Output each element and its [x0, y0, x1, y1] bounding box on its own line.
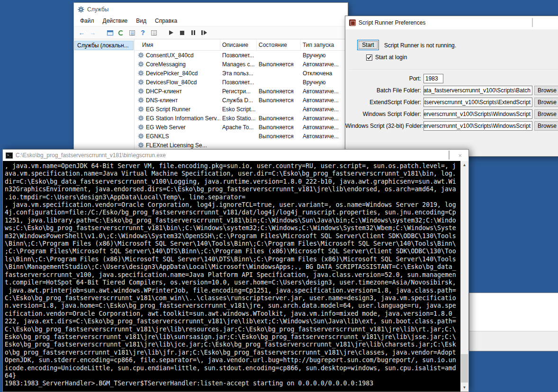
- services-table-body: ConsentUX_840cd Позволяет... Вручную: [135, 51, 348, 150]
- console-close-button[interactable]: ×: [458, 151, 462, 160]
- start-at-login-checkbox[interactable]: Start at login: [366, 54, 407, 61]
- scroll-up-icon[interactable]: ▲: [460, 161, 468, 169]
- start-at-login-label: Start at login: [375, 54, 407, 61]
- service-description: Позволяет...: [220, 79, 257, 86]
- service-row[interactable]: EGNKLS Выполняется Автоматиче...: [135, 132, 348, 141]
- service-gear-icon: [138, 61, 144, 67]
- service-state: Выполняется: [257, 124, 301, 131]
- console-scrollbar[interactable]: ▲ ▼: [460, 161, 468, 392]
- service-startup-type: Отключена: [301, 70, 348, 77]
- stop-service-icon[interactable]: [177, 28, 187, 38]
- tree-item-services-local[interactable]: Службы (локальн...: [74, 41, 134, 50]
- service-name: EG Station Information Serv...: [146, 115, 220, 122]
- services-menubar: Файл Действие Вид Справка: [74, 16, 348, 26]
- services-titlebar[interactable]: Службы: [74, 3, 348, 16]
- service-name: FLEXnet Licensing Se...: [146, 142, 207, 149]
- refresh-icon[interactable]: [116, 28, 126, 38]
- service-gear-icon: [138, 124, 144, 130]
- service-row[interactable]: ConsentUX_840cd Позволяет... Вручную: [135, 51, 348, 60]
- separator: [349, 69, 558, 70]
- service-row[interactable]: EG Web Server Apache To... Выполняется А…: [135, 123, 348, 132]
- fragment-statusbar: [469, 331, 558, 351]
- batch-folder-input[interactable]: \bg_data_fastserverscrrunnt_v100\Scripts…: [423, 86, 532, 95]
- export-list-icon[interactable]: [127, 28, 137, 38]
- service-row[interactable]: DNS-клиент Служба D... Выполняется Автом…: [135, 96, 348, 105]
- service-startup-type: Вручную: [301, 79, 348, 86]
- port-input[interactable]: 1983: [423, 74, 443, 83]
- service-name: EG Script Runner: [146, 106, 190, 113]
- service-row[interactable]: CoreMessaging Manages c... Выполняется А…: [135, 60, 348, 69]
- service-startup-type: Автоматиче...: [301, 97, 348, 104]
- console-titlebar[interactable]: >_ C:\Esko\bg_prog_fastserverscrrunnt_v1…: [3, 150, 468, 161]
- service-description: Позволяет...: [220, 52, 257, 59]
- extendscript-folder-browse-button[interactable]: Browse: [534, 98, 558, 107]
- service-name: EGNKLS: [146, 133, 169, 140]
- column-header-startup-type[interactable]: Тип запуска: [301, 39, 348, 50]
- service-startup-type: Автоматиче...: [301, 61, 348, 68]
- windows-script-32bit-folder-label: Windows Script (32-bit) Folder:: [345, 123, 421, 129]
- extendscript-folder-label: ExtendScript Folder:: [345, 99, 421, 106]
- port-row: Port: 1983: [345, 74, 558, 83]
- service-name: DevicesFlow_840cd: [146, 79, 197, 86]
- menu-action[interactable]: Действие: [99, 16, 132, 26]
- service-description: Esko Script...: [220, 106, 257, 113]
- pause-service-icon[interactable]: [188, 28, 198, 38]
- service-state: Выполняется: [257, 61, 301, 68]
- service-description: Apache To...: [220, 124, 257, 131]
- port-label: Port:: [345, 75, 421, 82]
- column-header-name[interactable]: Имя: [135, 39, 220, 50]
- desktop: Службы Файл Действие Вид Справка ← → ? С…: [0, 0, 558, 392]
- forward-icon[interactable]: →: [88, 28, 98, 38]
- services-table-header: Имя Описание Состояние Тип запуска: [135, 39, 348, 51]
- service-gear-icon: [138, 88, 144, 94]
- service-row[interactable]: EG Station Information Serv... Esko Stat…: [135, 114, 348, 123]
- maximize-button[interactable]: [532, 18, 533, 27]
- console-maximize-button[interactable]: [449, 151, 450, 160]
- windows-script-32bit-folder-input[interactable]: s_fastserverscrrunnt_v100\Scripts\Window…: [423, 121, 532, 131]
- background-window-fragment: [469, 293, 558, 351]
- runner-status-text: Script Runner is not running.: [384, 42, 456, 49]
- checkbox-box-icon: [366, 54, 372, 61]
- menu-view[interactable]: Вид: [132, 16, 151, 26]
- service-gear-icon: [138, 79, 144, 85]
- service-gear-icon: [138, 133, 144, 139]
- scrollbar-thumb[interactable]: [461, 354, 468, 383]
- show-console-tree-icon[interactable]: [105, 28, 115, 38]
- windows-script-32bit-folder-browse-button[interactable]: Browse: [534, 121, 558, 131]
- menu-help[interactable]: Справка: [151, 16, 181, 26]
- service-description: Manages c...: [220, 61, 257, 68]
- service-description: Служба D...: [220, 97, 257, 104]
- windows-script-folder-input[interactable]: s_fastserverscrrunnt_v100\Scripts\Window…: [423, 109, 532, 119]
- services-toolbar: ← → ?: [74, 26, 348, 39]
- service-state: Выполняется: [257, 115, 301, 122]
- start-button[interactable]: Start: [357, 40, 379, 50]
- extendscript-folder-row: ExtendScript Folder: ta_fastserverscrrun…: [345, 98, 558, 107]
- service-startup-type: Автоматиче...: [301, 124, 348, 131]
- restart-service-icon[interactable]: [199, 28, 209, 38]
- extendscript-folder-input[interactable]: ta_fastserverscrrunnt_v100\Scripts\Exten…: [423, 98, 532, 107]
- start-service-icon[interactable]: [166, 28, 176, 38]
- services-app-icon: [78, 6, 84, 13]
- back-icon[interactable]: ←: [77, 28, 87, 38]
- windows-script-folder-browse-button[interactable]: Browse: [534, 109, 558, 119]
- column-header-state[interactable]: Состояние: [257, 39, 301, 50]
- service-row[interactable]: DevicePicker_840cd Эта польз... Отключен…: [135, 69, 348, 78]
- service-description: Эта польз...: [220, 70, 257, 77]
- service-startup-type: Вручную: [301, 52, 348, 59]
- service-row[interactable]: EG Script Runner Esko Script... Автомати…: [135, 105, 348, 114]
- service-description: Регистри...: [220, 88, 257, 95]
- preferences-window-title: Script Runner Preferences: [359, 19, 425, 26]
- service-row[interactable]: DevicesFlow_840cd Позволяет... Вручную: [135, 78, 348, 87]
- preferences-titlebar[interactable]: Script Runner Preferences: [345, 16, 558, 29]
- properties-icon[interactable]: [149, 28, 159, 38]
- service-row[interactable]: FLEXnet Licensing Se...: [135, 141, 348, 150]
- service-startup-type: Автоматиче...: [301, 133, 348, 140]
- column-header-description[interactable]: Описание: [220, 39, 257, 50]
- batch-folder-browse-button[interactable]: Browse: [534, 86, 558, 95]
- menu-file[interactable]: Файл: [76, 16, 99, 26]
- service-startup-type: Автоматиче...: [301, 115, 348, 122]
- service-row[interactable]: DHCP-клиент Регистри... Выполняется Авто…: [135, 87, 348, 96]
- batch-folder-label: Batch File Folder:: [345, 87, 421, 94]
- scroll-down-icon[interactable]: ▼: [460, 383, 468, 392]
- help-icon[interactable]: ?: [138, 28, 148, 38]
